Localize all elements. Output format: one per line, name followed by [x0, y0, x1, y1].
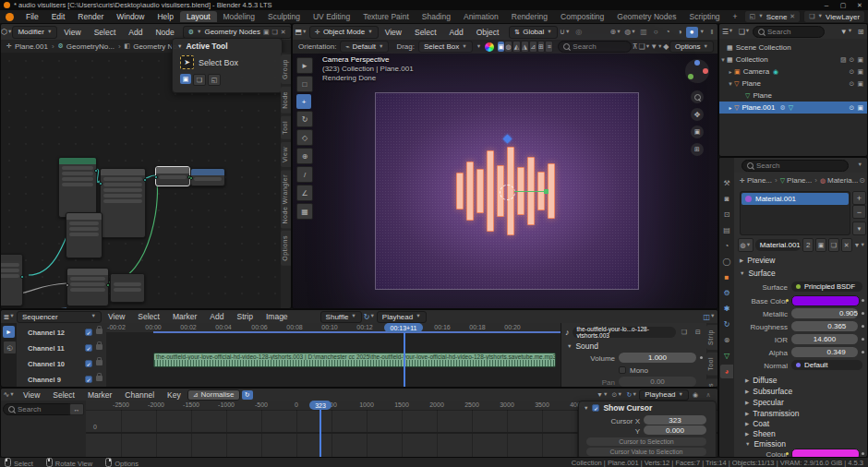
gizmos-dropdown-icon[interactable]: ⊕▼ — [609, 28, 623, 36]
axis-handle-y[interactable] — [544, 189, 549, 194]
viewport-search[interactable]: Search — [558, 41, 632, 53]
disable-render-icon[interactable]: ▣ — [857, 104, 863, 112]
tab-material[interactable]: ◕ — [720, 365, 733, 378]
exclude-checkbox-icon[interactable]: ▨ — [840, 56, 847, 64]
cursor-y-field[interactable]: 0.000 — [644, 425, 706, 435]
tab-physics[interactable]: ↻ — [720, 317, 733, 331]
display-mode-icon[interactable]: ☰▼ — [719, 28, 736, 36]
workspace-tab-scripting[interactable]: Scripting — [683, 11, 727, 22]
properties-search[interactable]: Search — [741, 160, 849, 172]
shield-icon[interactable]: ◆ — [663, 42, 669, 51]
tool-rotate[interactable]: ↻ — [296, 111, 313, 127]
workspace-tab-sculpting[interactable]: Sculpting — [261, 11, 307, 22]
node[interactable] — [155, 166, 190, 186]
coat-panel-header[interactable]: ▶Coat — [745, 419, 769, 428]
diffuse-panel-header[interactable]: ▶Diffuse — [745, 376, 778, 385]
sound-panel-header[interactable]: ▼Sound — [561, 338, 707, 351]
editor-type-icon[interactable]: ≣▼ — [1, 313, 17, 321]
snap-magnet-icon[interactable]: ∪▼ — [558, 28, 573, 36]
cursor-x-field[interactable]: 323 — [644, 415, 706, 425]
tab-scene[interactable]: ◔ — [720, 239, 733, 253]
ior-field[interactable]: 14.600 — [791, 334, 858, 344]
fcurve-icon[interactable]: ∧ — [702, 391, 715, 399]
expand-icon[interactable]: ▸ — [727, 68, 734, 75]
channel-row[interactable]: Channel 12 ✓ — [17, 325, 106, 340]
tool-measure[interactable]: ∠ — [296, 185, 313, 201]
auto-normalize-icon[interactable]: ↻ — [242, 390, 253, 400]
shading-material-icon[interactable]: ◑ — [674, 28, 686, 36]
roughness-slider[interactable]: 0.365 — [791, 321, 858, 331]
tab-node[interactable]: Node — [281, 87, 292, 114]
tab-strip[interactable]: Strip — [706, 325, 718, 350]
sound-name-field[interactable]: the-outfield-your-lo...o-128-ytshorts.00… — [573, 327, 677, 338]
xray-toggle-icon[interactable]: ▥ — [638, 28, 650, 36]
volume-field[interactable]: 1.000 — [619, 353, 696, 363]
workspace-tab-animation[interactable]: Animation — [457, 11, 505, 22]
channel-lock-icon[interactable] — [96, 360, 102, 365]
perspective-toggle-icon[interactable]: ⊞ — [691, 143, 704, 156]
outliner-options-icon[interactable]: ⊞ — [854, 28, 867, 36]
node-menu-node[interactable]: Node — [149, 28, 180, 37]
pan-field[interactable]: 0.00 — [619, 377, 696, 387]
mode-icon-2[interactable]: ◍ — [504, 41, 512, 53]
select-menu[interactable]: Select — [408, 28, 443, 37]
node[interactable] — [190, 168, 225, 186]
color-wheel-icon[interactable] — [485, 42, 494, 52]
menu-help[interactable]: Help — [151, 12, 179, 21]
node[interactable] — [110, 273, 145, 303]
overlays-dropdown-icon[interactable]: ◍▼ — [623, 28, 638, 36]
pan-hand-icon[interactable]: ✥ — [691, 108, 704, 121]
show-cursor-checkbox[interactable]: ✓ — [592, 404, 599, 412]
zoom-icon[interactable] — [691, 90, 704, 103]
node[interactable] — [66, 212, 102, 258]
orientation-value-dropdown[interactable]: ⌁Default▼ — [340, 41, 389, 53]
tool-annotate[interactable]: / — [296, 166, 313, 183]
active-tool-title[interactable]: Active Tool — [186, 42, 227, 51]
tab-node-wrangler[interactable]: Node Wrangler — [281, 170, 292, 228]
seq-menu-image[interactable]: Image — [259, 312, 295, 321]
hide-eye-icon[interactable]: ⊙ — [850, 104, 855, 112]
users-count-badge[interactable]: 2 — [802, 238, 814, 252]
tab-tool[interactable]: ⚒ — [720, 176, 733, 190]
current-frame-badge[interactable]: 323 — [309, 401, 332, 410]
tab-output[interactable]: ⊡ — [720, 208, 733, 222]
channel-row[interactable]: Channel 10 ✓ — [17, 356, 106, 371]
overlay-mode-dropdown[interactable]: Shuffle▼ — [320, 311, 362, 323]
select-mode-extend-button[interactable]: ❏ — [193, 74, 206, 86]
copy-settings-icon[interactable]: ❏▼ — [639, 42, 651, 51]
channel-mute-checkbox[interactable]: ✓ — [85, 376, 92, 383]
menu-edit[interactable]: Edit — [45, 12, 72, 21]
channel-lock-icon[interactable] — [96, 344, 102, 350]
hide-eye-icon[interactable]: ⊙ — [850, 56, 855, 64]
expand-icon[interactable]: ▸ — [727, 104, 734, 111]
editor-type-icon[interactable]: ⬒▼ — [293, 28, 309, 36]
mode-icon-6[interactable]: ⊞ — [537, 41, 546, 53]
seq-tool-select[interactable]: ► — [3, 326, 15, 338]
normalise-toggle[interactable]: ⊿Normalise — [187, 389, 240, 401]
workspace-tab-geometry-nodes[interactable]: Geometry Nodes — [610, 11, 682, 22]
crumb-mesh[interactable]: Plane... — [787, 176, 812, 185]
graph-menu-select[interactable]: Select — [46, 390, 81, 400]
pivot-icon[interactable]: ⊙▼ — [609, 391, 624, 399]
preview-panel-header[interactable]: ▶Preview — [740, 256, 775, 265]
playhead-dropdown[interactable]: Playhead▼ — [377, 311, 427, 323]
add-workspace-button[interactable]: + — [727, 11, 744, 22]
tool-move[interactable]: + — [296, 94, 311, 109]
new-material-icon[interactable]: ❏ — [828, 238, 839, 252]
unpin-icon[interactable]: ✕ — [790, 13, 795, 20]
remove-slot-button[interactable]: − — [852, 205, 866, 219]
object-menu[interactable]: Object — [470, 28, 506, 37]
node[interactable] — [0, 254, 23, 306]
filter-icon[interactable]: ▼▼ — [650, 42, 662, 51]
unlink-material-icon[interactable]: ✕ — [841, 238, 852, 252]
channel-row[interactable]: Channel 11 ✓ — [17, 341, 106, 355]
workspace-tab-modeling[interactable]: Modeling — [217, 11, 262, 22]
graph-playhead[interactable] — [319, 410, 321, 458]
tab-tool[interactable]: Tool — [281, 116, 292, 139]
mode-icon-3[interactable]: ◭ — [512, 41, 521, 53]
seq-menu-strip[interactable]: Strip — [230, 312, 259, 321]
tab-particles[interactable]: ✱ — [720, 302, 733, 316]
node[interactable] — [58, 157, 97, 218]
tool-add-cube[interactable]: ▦ — [296, 203, 313, 220]
channel-lock-icon[interactable] — [96, 376, 102, 381]
